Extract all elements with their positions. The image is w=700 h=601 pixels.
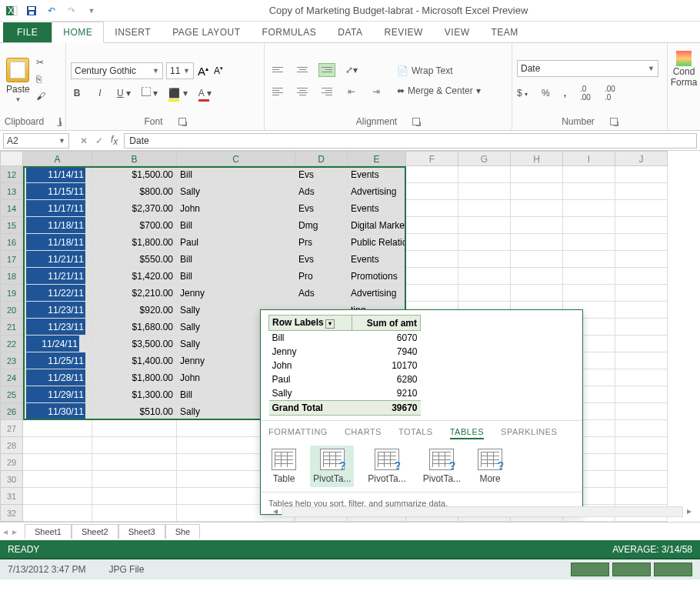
cell[interactable]: [615, 268, 668, 285]
cell[interactable]: $2,370.00: [92, 200, 177, 217]
cell[interactable]: Bill: [177, 217, 295, 234]
paste-button[interactable]: Paste ▼: [5, 56, 32, 105]
cell[interactable]: 11/15/11: [23, 183, 92, 200]
cell[interactable]: $3,500.00: [92, 336, 177, 352]
col-header-D[interactable]: D: [295, 151, 348, 166]
horizontal-scrollbar[interactable]: ◂ ▸: [269, 505, 695, 519]
save-icon[interactable]: [23, 2, 40, 19]
cell[interactable]: [406, 200, 458, 217]
cell[interactable]: Bill: [177, 268, 295, 285]
undo-icon[interactable]: ↶: [43, 2, 60, 19]
cell[interactable]: [458, 268, 511, 285]
cell[interactable]: [563, 234, 615, 251]
qat-dropdown-icon[interactable]: ▼: [83, 2, 100, 19]
ql-item-3[interactable]: ?PivotTa...: [423, 449, 461, 484]
cell[interactable]: [511, 251, 563, 268]
cell[interactable]: [563, 285, 615, 302]
cell[interactable]: [92, 454, 177, 471]
cell[interactable]: Promotions: [348, 268, 406, 285]
col-header-F[interactable]: F: [406, 151, 458, 166]
cell[interactable]: [615, 471, 668, 488]
clipboard-launcher-icon[interactable]: [59, 118, 61, 125]
orientation-button[interactable]: ⤢▾: [343, 63, 360, 77]
cell[interactable]: [406, 183, 458, 200]
row-header-27[interactable]: 27: [0, 420, 23, 437]
italic-button[interactable]: I: [94, 88, 106, 98]
underline-button[interactable]: U ▾: [117, 88, 131, 98]
row-header-25[interactable]: 25: [0, 386, 23, 403]
wrap-text-button[interactable]: 📄Wrap Text: [397, 65, 481, 76]
cell[interactable]: [92, 488, 177, 505]
cell[interactable]: [458, 234, 511, 251]
row-header-30[interactable]: 30: [0, 471, 23, 488]
cell[interactable]: 11/18/11: [23, 234, 92, 251]
cell[interactable]: [511, 183, 563, 200]
cell[interactable]: [406, 268, 458, 285]
cell[interactable]: 11/23/11: [23, 302, 92, 319]
tab-data[interactable]: DATA: [327, 22, 373, 42]
cell[interactable]: 11/30/11: [23, 403, 92, 420]
cell[interactable]: Jenny: [177, 285, 295, 302]
fx-icon[interactable]: fx: [111, 134, 118, 147]
accounting-format-button[interactable]: $ ▾: [517, 88, 528, 98]
cell[interactable]: Dmg: [295, 217, 348, 234]
cell[interactable]: [615, 336, 668, 352]
cell[interactable]: [23, 454, 92, 471]
cell[interactable]: [563, 166, 615, 183]
col-header-E[interactable]: E: [348, 151, 406, 166]
row-header-32[interactable]: 32: [0, 505, 23, 522]
cell[interactable]: [563, 268, 615, 285]
tab-file[interactable]: FILE: [3, 22, 52, 42]
cell[interactable]: 11/25/11: [23, 352, 92, 369]
cell[interactable]: [615, 437, 668, 454]
cell[interactable]: [563, 251, 615, 268]
number-launcher-icon[interactable]: [610, 118, 618, 125]
row-header-16[interactable]: 16: [0, 234, 23, 251]
row-header-14[interactable]: 14: [0, 200, 23, 217]
cell[interactable]: Evs: [295, 251, 348, 268]
cell[interactable]: Ads: [295, 183, 348, 200]
row-header-19[interactable]: 19: [0, 285, 23, 302]
cell[interactable]: [92, 471, 177, 488]
cell[interactable]: [23, 471, 92, 488]
scroll-left-icon[interactable]: ◂: [269, 506, 282, 518]
fill-color-button[interactable]: ⬛ ▾: [168, 88, 187, 98]
cell[interactable]: [615, 420, 668, 437]
redo-icon[interactable]: ↷: [63, 2, 80, 19]
cell[interactable]: [615, 166, 668, 183]
cell[interactable]: [615, 285, 668, 302]
cell[interactable]: Events: [348, 251, 406, 268]
cell[interactable]: [615, 454, 668, 471]
tab-formulas[interactable]: FORMULAS: [252, 22, 328, 42]
row-header-17[interactable]: 17: [0, 251, 23, 268]
row-header-13[interactable]: 13: [0, 183, 23, 200]
col-header-J[interactable]: J: [615, 151, 668, 166]
cell[interactable]: [92, 505, 177, 522]
cell[interactable]: [615, 488, 668, 505]
grow-font-icon[interactable]: A▴: [197, 65, 209, 78]
cell[interactable]: $550.00: [92, 251, 177, 268]
col-header-B[interactable]: B: [92, 151, 177, 166]
sheet-nav-first-icon[interactable]: ◂: [3, 526, 8, 537]
col-header-H[interactable]: H: [511, 151, 563, 166]
cell[interactable]: Advertising: [348, 183, 406, 200]
cell[interactable]: [92, 437, 177, 454]
scroll-right-icon[interactable]: ▸: [683, 506, 695, 518]
row-header-22[interactable]: 22: [0, 336, 23, 352]
comma-button[interactable]: ,: [564, 88, 566, 98]
cell[interactable]: [615, 183, 668, 200]
row-header-28[interactable]: 28: [0, 437, 23, 454]
cell[interactable]: Evs: [295, 200, 348, 217]
cell[interactable]: [615, 302, 668, 319]
cell[interactable]: $1,500.00: [92, 166, 177, 183]
row-header-26[interactable]: 26: [0, 403, 23, 420]
cell[interactable]: [458, 217, 511, 234]
ql-tab-formatting[interactable]: FORMATTING: [268, 427, 328, 439]
align-bottom-button[interactable]: [318, 63, 335, 77]
cell[interactable]: 11/21/11: [23, 251, 92, 268]
cell[interactable]: [511, 234, 563, 251]
cell[interactable]: $1,680.00: [92, 319, 177, 336]
cell[interactable]: [458, 166, 511, 183]
alignment-launcher-icon[interactable]: [412, 118, 420, 125]
sheet-tab-Sheet2[interactable]: Sheet2: [72, 524, 118, 539]
